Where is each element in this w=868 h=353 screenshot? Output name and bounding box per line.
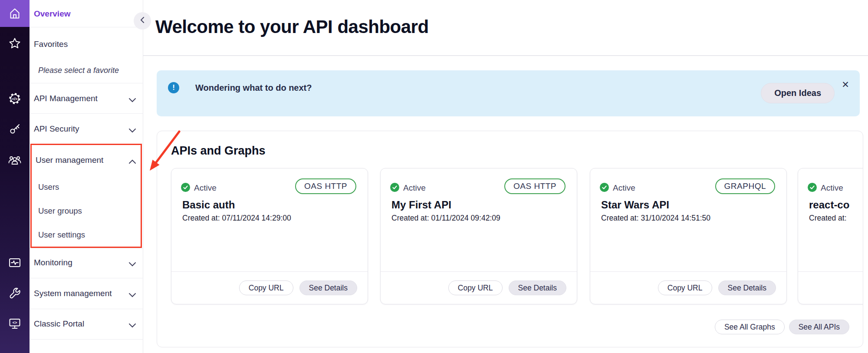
divider bbox=[30, 339, 143, 340]
api-card-react-co: Active react-co Created at: bbox=[798, 168, 863, 304]
apis-and-graphs-section: APIs and Graphs Active OAS HTTP Basic au… bbox=[157, 131, 863, 347]
rail-system-management-button[interactable] bbox=[0, 280, 30, 307]
icon-rail: </> bbox=[0, 0, 30, 353]
users-group-icon bbox=[8, 153, 22, 167]
copy-url-button[interactable]: Copy URL bbox=[239, 280, 293, 295]
api-name: My First API bbox=[391, 199, 451, 211]
card-footer bbox=[798, 271, 863, 304]
card-footer: Copy URL See Details bbox=[381, 271, 577, 304]
sidebar-item-monitoring[interactable]: Monitoring bbox=[34, 258, 72, 267]
gear-code-icon: </> bbox=[8, 92, 22, 106]
active-check-icon bbox=[181, 183, 190, 192]
rail-api-management-button[interactable]: </> bbox=[0, 85, 30, 112]
api-card-star-wars-api: Active GRAPHQL Star Wars API Created at:… bbox=[590, 168, 787, 304]
api-type-badge: OAS HTTP bbox=[295, 178, 356, 194]
api-type-badge: GRAPHQL bbox=[715, 178, 775, 194]
sidebar-item-favorites[interactable]: Favorites bbox=[34, 40, 68, 49]
api-created-at: Created at: bbox=[809, 214, 847, 223]
status-label: Active bbox=[821, 183, 843, 193]
api-created-at: Created at: 07/11/2024 14:29:00 bbox=[182, 214, 291, 223]
monitor-pulse-icon bbox=[8, 256, 22, 270]
wrench-icon bbox=[8, 287, 21, 300]
sidebar-item-system-management[interactable]: System management bbox=[34, 289, 112, 298]
rail-user-management-button[interactable] bbox=[0, 146, 30, 173]
close-icon[interactable]: ✕ bbox=[839, 78, 852, 91]
chevron-down-icon[interactable] bbox=[128, 291, 136, 299]
api-created-at: Created at: 01/11/2024 09:42:09 bbox=[391, 214, 500, 223]
api-card-basic-auth: Active OAS HTTP Basic auth Created at: 0… bbox=[171, 168, 368, 304]
sidebar-item-classic-portal[interactable]: Classic Portal bbox=[34, 319, 84, 329]
status-label: Active bbox=[403, 183, 426, 193]
chevron-down-icon[interactable] bbox=[128, 261, 136, 268]
card-footer: Copy URL See Details bbox=[590, 271, 786, 304]
sidebar-item-api-management[interactable]: API Management bbox=[34, 94, 98, 103]
divider bbox=[30, 113, 143, 114]
copy-url-button[interactable]: Copy URL bbox=[658, 280, 712, 295]
rail-api-security-button[interactable] bbox=[0, 115, 30, 142]
chevron-down-icon[interactable] bbox=[128, 127, 136, 135]
copy-url-button[interactable]: Copy URL bbox=[448, 280, 503, 295]
chevron-left-icon bbox=[139, 16, 146, 26]
divider bbox=[30, 309, 143, 309]
svg-text:<>: <> bbox=[13, 320, 17, 325]
api-name: Star Wars API bbox=[601, 199, 669, 211]
svg-text:</>: </> bbox=[12, 97, 17, 101]
rail-home-button[interactable] bbox=[0, 0, 30, 27]
api-type-badge: OAS HTTP bbox=[504, 178, 566, 194]
card-footer: Copy URL See Details bbox=[171, 271, 368, 304]
status-label: Active bbox=[194, 183, 217, 193]
home-icon bbox=[8, 7, 21, 20]
sidebar-collapse-button[interactable] bbox=[134, 12, 151, 30]
annotation-arrow bbox=[142, 129, 186, 176]
banner-text: Wondering what to do next? bbox=[195, 83, 312, 93]
chevron-down-icon[interactable] bbox=[128, 322, 136, 330]
api-card-my-first-api: Active OAS HTTP My First API Created at:… bbox=[380, 168, 577, 304]
active-check-icon bbox=[390, 183, 399, 192]
favorites-empty-text: Please select a favorite bbox=[38, 66, 119, 75]
page-title: Welcome to your API dashboard bbox=[155, 16, 429, 37]
see-details-button[interactable]: See Details bbox=[509, 280, 567, 295]
sidebar-item-overview[interactable]: Overview bbox=[34, 9, 71, 19]
api-name: Basic auth bbox=[182, 199, 235, 211]
divider bbox=[30, 278, 143, 278]
api-created-at: Created at: 31/10/2024 14:51:50 bbox=[601, 214, 710, 223]
info-icon: ! bbox=[168, 82, 179, 93]
see-all-graphs-button[interactable]: See All Graphs bbox=[715, 320, 785, 334]
api-name: react-co bbox=[809, 199, 849, 211]
monitor-code-icon: <> bbox=[8, 317, 22, 331]
see-details-button[interactable]: See Details bbox=[299, 280, 358, 295]
see-details-button[interactable]: See Details bbox=[718, 280, 776, 295]
open-ideas-button[interactable]: Open Ideas bbox=[761, 83, 835, 103]
star-icon bbox=[8, 37, 21, 50]
header-divider bbox=[143, 55, 868, 56]
active-check-icon bbox=[808, 183, 817, 192]
divider bbox=[30, 27, 143, 27]
section-footer: See All Graphs See All APIs bbox=[715, 320, 849, 334]
info-banner: ! Wondering what to do next? Open Ideas … bbox=[157, 70, 860, 116]
rail-favorites-button[interactable] bbox=[0, 30, 30, 57]
chevron-down-icon[interactable] bbox=[128, 96, 136, 104]
divider bbox=[30, 248, 143, 248]
sidebar-item-api-security[interactable]: API Security bbox=[34, 124, 79, 134]
rail-monitoring-button[interactable] bbox=[0, 249, 30, 276]
status-label: Active bbox=[613, 183, 635, 193]
key-icon bbox=[8, 122, 21, 135]
rail-classic-portal-button[interactable]: <> bbox=[0, 310, 30, 337]
annotation-highlight-box bbox=[30, 144, 142, 248]
see-all-apis-button[interactable]: See All APIs bbox=[789, 320, 849, 334]
divider bbox=[30, 83, 143, 83]
active-check-icon bbox=[600, 183, 609, 192]
